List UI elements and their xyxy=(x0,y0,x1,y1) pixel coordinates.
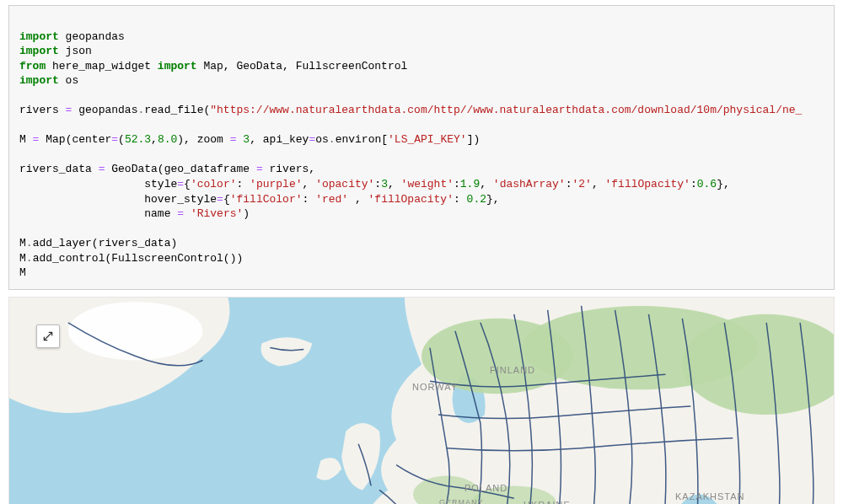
kwarg: style xyxy=(144,178,177,190)
str: 'purple' xyxy=(250,178,302,190)
num: 1.9 xyxy=(460,178,480,190)
var: M xyxy=(19,252,26,265)
call: GeoData(geo_dataframe xyxy=(105,163,255,175)
txt: rivers, xyxy=(263,163,315,175)
num: 52.3 xyxy=(125,133,151,146)
op: = xyxy=(230,133,237,146)
obj: geopandas xyxy=(72,104,137,116)
dot: . xyxy=(329,133,336,146)
num: 3 xyxy=(243,133,250,146)
call: Map(center xyxy=(39,133,111,146)
colon: : xyxy=(374,178,381,190)
num: 0.2 xyxy=(467,193,486,206)
var: rivers xyxy=(19,104,66,116)
kw-import: import xyxy=(19,30,59,43)
var: M xyxy=(19,133,33,146)
code-cell[interactable]: import geopandas import json from here_m… xyxy=(8,5,835,290)
op: = xyxy=(111,133,118,146)
op: = xyxy=(177,178,184,190)
svg-point-7 xyxy=(68,302,203,361)
comma: , xyxy=(592,178,605,190)
str: '2' xyxy=(572,178,591,190)
var: M xyxy=(19,266,26,279)
str: 'fillOpacity' xyxy=(368,193,454,206)
fullscreen-icon xyxy=(42,330,54,342)
kwarg: hover_style xyxy=(144,193,217,206)
var: rivers_data xyxy=(19,163,99,175)
map-svg xyxy=(9,298,834,504)
txt: , api_key xyxy=(250,133,309,146)
num: 8.0 xyxy=(158,133,177,146)
colon: : xyxy=(454,193,467,206)
call: environ[ xyxy=(336,133,388,146)
comma: , xyxy=(388,178,401,190)
colon: : xyxy=(303,193,316,206)
comma: , xyxy=(480,178,493,190)
obj: os xyxy=(315,133,329,146)
dot: . xyxy=(26,252,33,265)
map-widget[interactable]: NORWAY FINLAND POLAND FRANCE GERMANY UKR… xyxy=(8,297,835,504)
colon: : xyxy=(454,178,460,190)
mod: os xyxy=(59,74,78,87)
colon: : xyxy=(236,178,250,190)
str: 'color' xyxy=(191,178,237,190)
dot: . xyxy=(26,237,33,249)
mod: json xyxy=(59,45,92,57)
num: 0.6 xyxy=(697,178,717,190)
str: 'opacity' xyxy=(315,178,374,190)
pad xyxy=(19,193,144,206)
kw-import: import xyxy=(19,74,59,87)
str: 'LS_API_KEY' xyxy=(388,133,467,146)
paren: ]) xyxy=(467,133,481,146)
brace: }, xyxy=(717,178,730,190)
call: add_layer(rivers_data) xyxy=(33,237,178,249)
txt: ), zoom xyxy=(177,133,229,146)
mod: Map, GeoData, FullscreenControl xyxy=(197,60,408,72)
op: = xyxy=(177,207,184,220)
pad xyxy=(19,207,144,220)
comma: , xyxy=(348,193,368,206)
str: 'dashArray' xyxy=(493,178,566,190)
sp xyxy=(184,207,191,220)
str: 'fillOpacity' xyxy=(604,178,690,190)
op: = xyxy=(256,163,263,175)
call: read_file( xyxy=(144,104,210,116)
mod: here_map_widget xyxy=(46,60,158,72)
brace: }, xyxy=(486,193,500,206)
kw-from: from xyxy=(19,60,46,72)
op: = xyxy=(217,193,223,206)
mod: geopandas xyxy=(59,30,125,43)
str: 'Rivers' xyxy=(191,207,243,220)
pad xyxy=(19,178,144,190)
brace: { xyxy=(184,178,191,190)
paren: ) xyxy=(243,207,250,220)
colon: : xyxy=(690,178,697,190)
num: 3 xyxy=(381,178,388,190)
comma: , xyxy=(303,178,316,190)
comma: , xyxy=(151,133,158,146)
kw-import: import xyxy=(19,45,59,57)
str: 'red' xyxy=(315,193,348,206)
kwarg: name xyxy=(144,207,177,220)
brace: { xyxy=(223,193,230,206)
str: 'weight' xyxy=(401,178,454,190)
kw-import: import xyxy=(158,60,197,72)
var: M xyxy=(19,237,26,249)
str: "https://www.naturalearthdata.com/http//… xyxy=(210,104,802,116)
str: 'fillColor' xyxy=(230,193,303,206)
paren: ( xyxy=(118,133,125,146)
fullscreen-button[interactable] xyxy=(36,324,60,348)
call: add_control(FullscreenControl()) xyxy=(33,252,244,265)
